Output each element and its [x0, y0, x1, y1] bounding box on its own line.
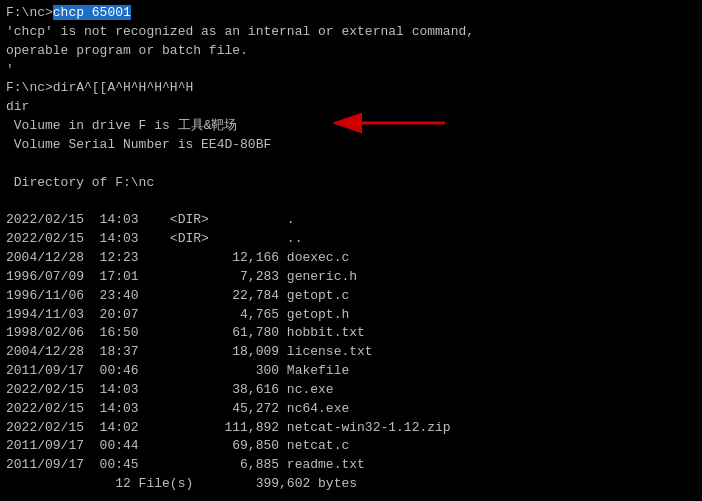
terminal-line-1: F:\nc>chcp 65001 — [6, 4, 696, 23]
terminal-line-10: Directory of F:\nc — [6, 174, 696, 193]
terminal-line-20: 2011/09/17 00:46 300 Makefile — [6, 362, 696, 381]
highlighted-command: chcp 65001 — [53, 5, 131, 20]
terminal-line-19: 2004/12/28 18:37 18,009 license.txt — [6, 343, 696, 362]
terminal-line-22: 2022/02/15 14:03 45,272 nc64.exe — [6, 400, 696, 419]
terminal-line-4: ' — [6, 61, 696, 80]
terminal-line-13: 2022/02/15 14:03 <DIR> .. — [6, 230, 696, 249]
terminal-line-11 — [6, 192, 696, 211]
terminal-line-12: 2022/02/15 14:03 <DIR> . — [6, 211, 696, 230]
terminal-line-14: 2004/12/28 12:23 12,166 doexec.c — [6, 249, 696, 268]
terminal-line-6: dir — [6, 98, 696, 117]
terminal-line-26: 12 File(s) 399,602 bytes — [6, 475, 696, 494]
terminal-line-9 — [6, 155, 696, 174]
terminal-line-2: 'chcp' is not recognized as an internal … — [6, 23, 696, 42]
terminal-line-23: 2022/02/15 14:02 111,892 netcat-win32-1.… — [6, 419, 696, 438]
terminal-line-25: 2011/09/17 00:45 6,885 readme.txt — [6, 456, 696, 475]
terminal-line-18: 1998/02/06 16:50 61,780 hobbit.txt — [6, 324, 696, 343]
terminal-line-16: 1996/11/06 23:40 22,784 getopt.c — [6, 287, 696, 306]
terminal-line-24: 2011/09/17 00:44 69,850 netcat.c — [6, 437, 696, 456]
terminal-line-7: Volume in drive F is 工具&靶场 — [6, 117, 696, 136]
terminal-line-21: 2022/02/15 14:03 38,616 nc.exe — [6, 381, 696, 400]
terminal-line-8: Volume Serial Number is EE4D-80BF — [6, 136, 696, 155]
terminal-line-5: F:\nc>dirA^[[A^H^H^H^H^H — [6, 79, 696, 98]
terminal-window: F:\nc>chcp 65001 'chcp' is not recognize… — [0, 0, 702, 501]
prompt-1: F:\nc> — [6, 5, 53, 20]
terminal-line-17: 1994/11/03 20:07 4,765 getopt.h — [6, 306, 696, 325]
terminal-line-3: operable program or batch file. — [6, 42, 696, 61]
terminal-line-15: 1996/07/09 17:01 7,283 generic.h — [6, 268, 696, 287]
